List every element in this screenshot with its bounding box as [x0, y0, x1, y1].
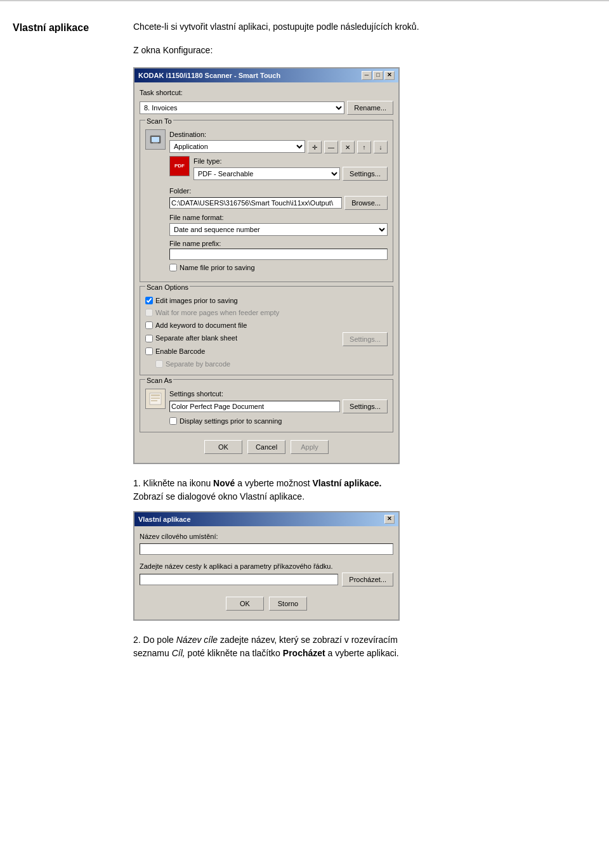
dialog1-titlebar-buttons: ─ □ ✕ [362, 71, 395, 80]
name-file-label: Name file prior to saving [180, 262, 255, 273]
edit-images-label: Edit images prior to saving [155, 295, 238, 306]
dialog2-title: Vlastní aplikace [138, 514, 191, 525]
add-keyword-label: Add keyword to document file [155, 320, 247, 331]
dialog1-title: KODAK i1150/i1180 Scanner - Smart Touch [138, 70, 280, 81]
target-name-input[interactable] [140, 543, 393, 555]
dialog2-ok-btn[interactable]: OK [226, 597, 264, 611]
section-title: Vlastní aplikace [13, 20, 114, 36]
svg-rect-1 [152, 137, 159, 142]
step1-number: 1. [133, 478, 141, 488]
folder-input[interactable] [169, 197, 342, 209]
step2-italic1: Název cíle [176, 635, 218, 645]
separate-barcode-label: Separate by barcode [166, 359, 230, 370]
separate-blank-row: Separate after blank sheet [145, 333, 237, 344]
settings-btn2[interactable]: Settings... [343, 332, 388, 346]
scan-options-title: Scan Options [145, 282, 190, 293]
step2-text3: seznamu [133, 648, 169, 658]
file-name-format-label: File name format: [169, 212, 388, 223]
task-shortcut-label: Task shortcut: [140, 87, 183, 98]
settings-shortcut-input[interactable] [169, 401, 340, 412]
step1-text-middle: a vyberte možnost [237, 478, 310, 488]
add-keyword-checkbox[interactable] [145, 321, 153, 329]
smart-touch-dialog: KODAK i1150/i1180 Scanner - Smart Touch … [133, 67, 400, 464]
folder-row: Browse... [169, 196, 388, 210]
path-input[interactable] [140, 574, 338, 585]
separate-barcode-row: Separate by barcode [145, 359, 388, 370]
add-keyword-row: Add keyword to document file [145, 320, 388, 331]
file-name-prefix-label: File name prefix: [169, 238, 388, 249]
wait-pages-label: Wait for more pages when feeder empty [155, 308, 279, 318]
dialog1-cancel-btn[interactable]: Cancel [247, 440, 285, 454]
dialog1-buttons: OK Cancel Apply [140, 436, 393, 458]
enable-barcode-row: Enable Barcode [145, 346, 388, 357]
scan-as-title: Scan As [145, 375, 173, 386]
scan-as-icon [145, 389, 166, 409]
wait-pages-row: Wait for more pages when feeder empty [145, 308, 388, 318]
dialog1-close-btn[interactable]: ✕ [384, 71, 395, 80]
enable-barcode-label: Enable Barcode [155, 346, 205, 357]
step2-number: 2. [133, 635, 141, 645]
target-name-row [140, 543, 393, 555]
separate-barcode-checkbox[interactable] [155, 360, 163, 368]
step1-text: 1. Klikněte na ikonu Nové a vyberte možn… [133, 477, 590, 503]
file-type-label: File type: [193, 156, 388, 167]
dialog1-apply-btn[interactable]: Apply [291, 440, 329, 454]
dialog1-minimize-btn[interactable]: ─ [362, 71, 372, 80]
display-settings-label: Display settings prior to scanning [180, 416, 282, 427]
dialog2-titlebar: Vlastní aplikace ✕ [134, 512, 398, 526]
destination-row: Application ✛ — ✕ ↑ ↓ [169, 139, 388, 153]
toolbar-row: ✛ — ✕ ↑ ↓ [308, 141, 388, 153]
file-type-row: PDF - Searchable Settings... [193, 167, 388, 181]
step2-text5: a vyberte aplikaci. [328, 648, 399, 658]
dialog2-close-btn[interactable]: ✕ [384, 515, 395, 524]
destination-icon [145, 129, 166, 150]
toolbar-btn2[interactable]: — [324, 141, 338, 153]
step2-bold1: Procházet [283, 648, 325, 658]
toolbar-btn5[interactable]: ↓ [374, 141, 388, 153]
target-name-label: Název cílového umístění: [140, 531, 393, 542]
dialog1-ok-btn[interactable]: OK [204, 440, 242, 454]
file-type-select[interactable]: PDF - Searchable [193, 167, 340, 180]
file-name-prefix-row [169, 249, 388, 260]
display-settings-checkbox[interactable] [169, 417, 177, 425]
toolbar-btn1[interactable]: ✛ [308, 141, 322, 153]
file-name-prefix-input[interactable] [169, 249, 388, 260]
scan-to-group-title: Scan To [145, 116, 173, 127]
settings-btn1[interactable]: Settings... [343, 167, 388, 181]
svg-rect-2 [153, 142, 158, 143]
name-file-checkbox-row: Name file prior to saving [169, 262, 388, 273]
rename-button[interactable]: Rename... [347, 101, 393, 115]
toolbar-btn3[interactable]: ✕ [341, 141, 355, 153]
file-name-format-row: Date and sequence number [169, 223, 388, 236]
dialog1-content: Task shortcut: 8. Invoices Rename... Sca… [134, 82, 398, 463]
separate-blank-label: Separate after blank sheet [155, 333, 237, 344]
scan-options-group: Scan Options Edit images prior to saving… [140, 286, 393, 376]
step1-bold1: Nové [213, 478, 235, 488]
destination-select[interactable]: Application [169, 140, 305, 153]
from-config-text: Z okna Konfigurace: [133, 44, 590, 57]
wait-pages-checkbox[interactable] [145, 309, 153, 316]
enable-barcode-checkbox[interactable] [145, 347, 153, 355]
svg-rect-4 [151, 394, 160, 396]
step2-text1: Do pole [143, 635, 174, 645]
name-file-checkbox[interactable] [169, 264, 177, 271]
task-shortcut-select[interactable]: 8. Invoices [140, 101, 344, 114]
browse-btn[interactable]: Browse... [344, 196, 388, 210]
toolbar-btn4[interactable]: ↑ [357, 141, 371, 153]
destination-label: Destination: [169, 129, 388, 140]
dialog2-content: Název cílového umístění: Zadejte název c… [134, 526, 398, 619]
step2-text4: poté klikněte na tlačítko [188, 648, 280, 658]
svg-rect-6 [151, 400, 157, 401]
settings-btn3[interactable]: Settings... [343, 399, 388, 413]
task-shortcut-row: Task shortcut: [140, 87, 393, 98]
step1-text-after: Zobrazí se dialogové okno Vlastní aplika… [133, 491, 304, 502]
dialog1-maximize-btn[interactable]: □ [373, 71, 383, 80]
dialog2-browse-btn[interactable]: Procházet... [342, 573, 393, 586]
svg-rect-5 [151, 398, 160, 399]
edit-images-checkbox[interactable] [145, 297, 153, 304]
dialog2-cancel-btn[interactable]: Storno [269, 597, 307, 611]
separate-blank-checkbox[interactable] [145, 335, 153, 342]
task-shortcut-control-row: 8. Invoices Rename... [140, 101, 393, 115]
dialog1-titlebar: KODAK i1150/i1180 Scanner - Smart Touch … [134, 68, 398, 82]
file-name-format-select[interactable]: Date and sequence number [169, 223, 388, 236]
